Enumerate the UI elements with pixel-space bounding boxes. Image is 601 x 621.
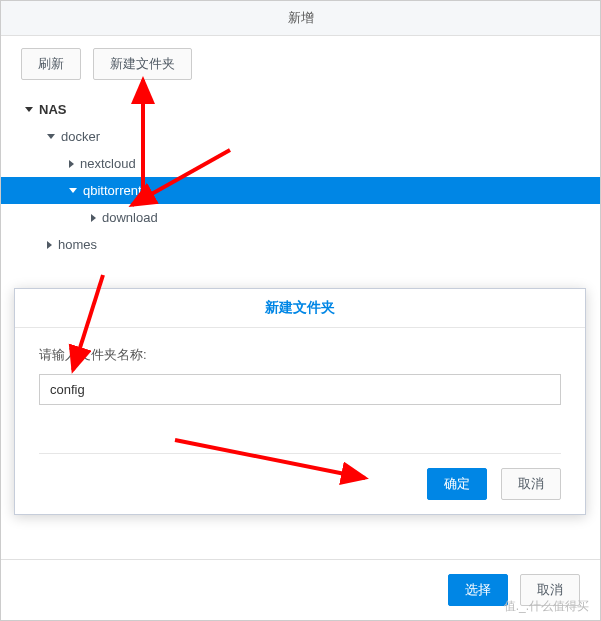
caret-down-icon: [47, 134, 55, 139]
dialog-footer: 选择 取消: [1, 559, 600, 620]
tree-node-label: NAS: [39, 102, 66, 117]
caret-down-icon: [69, 188, 77, 193]
new-folder-button[interactable]: 新建文件夹: [93, 48, 192, 80]
tree-node-label: docker: [61, 129, 100, 144]
tree-node-docker[interactable]: docker: [21, 123, 580, 150]
tree-node-nextcloud[interactable]: nextcloud: [21, 150, 580, 177]
modal-body: 请输入文件夹名称:: [15, 328, 585, 413]
caret-down-icon: [25, 107, 33, 112]
modal-title: 新建文件夹: [15, 289, 585, 328]
dialog-title: 新增: [1, 1, 600, 36]
folder-name-label: 请输入文件夹名称:: [39, 346, 561, 364]
tree-node-label: download: [102, 210, 158, 225]
tree-node-qbittorrent[interactable]: qbittorrent: [1, 177, 600, 204]
tree-node-download[interactable]: download: [21, 204, 580, 231]
tree-node-label: nextcloud: [80, 156, 136, 171]
tree-node-label: qbittorrent: [83, 183, 142, 198]
toolbar: 刷新 新建文件夹: [1, 36, 600, 92]
folder-name-input[interactable]: [39, 374, 561, 405]
modal-cancel-button[interactable]: 取消: [501, 468, 561, 500]
select-button[interactable]: 选择: [448, 574, 508, 606]
tree-node-homes[interactable]: homes: [21, 231, 580, 258]
caret-right-icon: [91, 214, 96, 222]
caret-right-icon: [69, 160, 74, 168]
refresh-button[interactable]: 刷新: [21, 48, 81, 80]
new-folder-modal: 新建文件夹 请输入文件夹名称: 确定 取消: [14, 288, 586, 515]
caret-right-icon: [47, 241, 52, 249]
cancel-button[interactable]: 取消: [520, 574, 580, 606]
ok-button[interactable]: 确定: [427, 468, 487, 500]
tree-node-label: homes: [58, 237, 97, 252]
tree-root[interactable]: NAS: [21, 96, 580, 123]
modal-footer: 确定 取消: [15, 454, 585, 514]
